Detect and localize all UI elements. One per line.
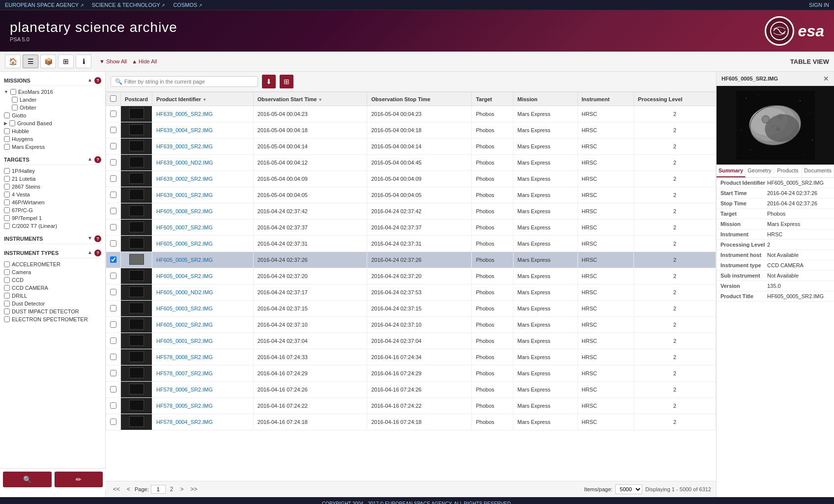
sign-in-link[interactable]: SIGN IN (809, 2, 829, 8)
row-checkbox[interactable] (110, 192, 116, 198)
sidebar-search-button[interactable]: 🔍 (3, 472, 52, 487)
target-c2002-checkbox[interactable] (4, 223, 10, 229)
product-id-cell[interactable]: HF639_0001_SR2.IMG (152, 187, 254, 203)
row-checkbox[interactable] (110, 256, 116, 263)
tab-summary[interactable]: Summary (717, 165, 746, 177)
table-search-input[interactable] (124, 79, 254, 84)
targets-collapse-up[interactable]: ▲ (87, 156, 92, 163)
product-id-cell[interactable]: HF578_0005_SR2.IMG (152, 398, 254, 414)
table-row[interactable]: HF605_0002_SR2.IMG 2016-04-24 02:37:10 2… (106, 317, 716, 333)
inst-camera-checkbox[interactable] (4, 269, 10, 275)
mission-mars-express-checkbox[interactable] (4, 144, 10, 150)
target-2867-checkbox[interactable] (4, 184, 10, 190)
info-button[interactable]: ℹ (76, 55, 91, 68)
inst-types-info[interactable]: ? (94, 250, 101, 256)
esa-link[interactable]: EUROPEAN SPACE AGENCY (5, 2, 84, 8)
items-per-page-select[interactable]: 5000 1000 500 100 (615, 484, 642, 494)
row-checkbox[interactable] (110, 240, 116, 247)
product-id-cell[interactable]: HF578_0006_SR2.IMG (152, 382, 254, 398)
table-row[interactable]: HF639_0004_SR2.IMG 2016-05-04 00:04:18 2… (106, 122, 716, 139)
select-all-checkbox[interactable] (110, 95, 116, 102)
missions-collapse-up[interactable]: ▲ (87, 77, 92, 84)
next-page-btn[interactable]: > (177, 485, 186, 494)
row-checkbox[interactable] (110, 305, 116, 311)
product-id-cell[interactable]: HF639_0003_SR2.IMG (152, 139, 254, 155)
product-id-cell[interactable]: HF605_0003_SR2.IMG (152, 301, 254, 317)
product-id-cell[interactable]: HF605_0001_SR2.IMG (152, 333, 254, 349)
mission-lander-checkbox[interactable] (12, 97, 18, 103)
table-row[interactable]: HF605_0003_SR2.IMG 2016-04-24 02:37:15 2… (106, 301, 716, 317)
mission-exomars-checkbox[interactable] (10, 89, 16, 95)
inst-dust-checkbox[interactable] (4, 301, 10, 307)
detail-panel-close-btn[interactable]: ✕ (823, 75, 829, 83)
table-row[interactable]: HF605_0005_SR2.IMG 2016-04-24 02:37:26 2… (106, 252, 716, 268)
inst-ccd-checkbox[interactable] (4, 277, 10, 283)
science-link[interactable]: SCIENCE & TECHNOLOGY (92, 2, 166, 8)
table-row[interactable]: HF578_0006_SR2.IMG 2016-04-16 07:24:26 2… (106, 382, 716, 398)
table-row[interactable]: HF639_0005_SR2.IMG 2016-05-04 00:04:23 2… (106, 106, 716, 122)
product-id-cell[interactable]: HF605_0004_SR2.IMG (152, 268, 254, 284)
tab-geometry[interactable]: Geometry (746, 165, 774, 177)
table-row[interactable]: HF605_0006_SR2.IMG 2016-04-24 02:37:31 2… (106, 236, 716, 252)
first-page-btn[interactable]: << (111, 485, 122, 494)
product-id-cell[interactable]: HF639_0005_SR2.IMG (152, 106, 254, 122)
tab-products[interactable]: Products (774, 165, 803, 177)
download-button[interactable]: ⬇ (262, 75, 276, 88)
product-id-cell[interactable]: HF605_0005_SR2.IMG (152, 252, 254, 268)
last-page-btn[interactable]: >> (188, 485, 200, 494)
table-row[interactable]: HF578_0007_SR2.IMG 2016-04-16 07:24:29 2… (106, 365, 716, 382)
target-67p-checkbox[interactable] (4, 207, 10, 213)
show-all-btn[interactable]: ▼ Show All (99, 58, 127, 64)
inst-drill-checkbox[interactable] (4, 293, 10, 299)
tab-documents[interactable]: Documents (802, 165, 834, 177)
mission-orbiter-checkbox[interactable] (12, 105, 18, 111)
row-checkbox[interactable] (110, 419, 116, 425)
product-id-cell[interactable]: HF639_0000_ND2.IMG (152, 155, 254, 171)
mission-huygens-checkbox[interactable] (4, 136, 10, 142)
th-obs-start[interactable]: Observation Start Time (253, 92, 367, 106)
product-id-cell[interactable]: HF578_0008_SR2.IMG (152, 349, 254, 365)
home-button[interactable]: 🏠 (5, 55, 21, 68)
product-id-cell[interactable]: HF605_0000_ND2.IMG (152, 284, 254, 301)
missions-info[interactable]: ? (94, 77, 101, 84)
product-id-cell[interactable]: HF605_0007_SR2.IMG (152, 220, 254, 236)
product-id-cell[interactable]: HF605_0006_SR2.IMG (152, 236, 254, 252)
table-row[interactable]: HF605_0004_SR2.IMG 2016-04-24 02:37:20 2… (106, 268, 716, 284)
row-checkbox[interactable] (110, 370, 116, 376)
inst-electron-checkbox[interactable] (4, 316, 10, 322)
table-row[interactable]: HF605_0000_ND2.IMG 2016-04-24 02:37:17 2… (106, 284, 716, 301)
table-row[interactable]: HF639_0000_ND2.IMG 2016-05-04 00:04:12 2… (106, 155, 716, 171)
table-row[interactable]: HF605_0008_SR2.IMG 2016-04-24 02:37:42 2… (106, 203, 716, 220)
page-2-btn[interactable]: 2 (168, 485, 176, 494)
row-checkbox[interactable] (110, 127, 116, 133)
table-row[interactable]: HF578_0008_SR2.IMG 2016-04-16 07:24:33 2… (106, 349, 716, 365)
cosmos-link[interactable]: COSMOS (173, 2, 202, 8)
table-row[interactable]: HF639_0002_SR2.IMG 2016-05-04 00:04:09 2… (106, 171, 716, 187)
product-id-cell[interactable]: HF639_0004_SR2.IMG (152, 122, 254, 139)
table-row[interactable]: HF639_0003_SR2.IMG 2016-05-04 00:04:14 2… (106, 139, 716, 155)
inst-ccd-camera-checkbox[interactable] (4, 285, 10, 291)
mission-hubble-checkbox[interactable] (4, 128, 10, 134)
row-checkbox[interactable] (110, 321, 116, 328)
targets-info[interactable]: ? (94, 156, 101, 163)
sidebar-clear-button[interactable]: ✏ (55, 472, 103, 487)
instruments-info[interactable]: ? (94, 235, 101, 242)
row-checkbox[interactable] (110, 273, 116, 279)
target-9p-checkbox[interactable] (4, 215, 10, 221)
hide-all-btn[interactable]: ▲ Hide All (132, 58, 157, 64)
table-row[interactable]: HF605_0007_SR2.IMG 2016-04-24 02:37:37 2… (106, 220, 716, 236)
product-id-cell[interactable]: HF639_0002_SR2.IMG (152, 171, 254, 187)
table-row[interactable]: HF639_0001_SR2.IMG 2016-05-04 00:04:05 2… (106, 187, 716, 203)
row-checkbox[interactable] (110, 289, 116, 295)
product-id-cell[interactable]: HF605_0008_SR2.IMG (152, 203, 254, 220)
target-1p-checkbox[interactable] (4, 168, 10, 174)
grid-button[interactable]: ⊞ (58, 55, 74, 68)
inst-dust-impact-checkbox[interactable] (4, 308, 10, 314)
row-checkbox[interactable] (110, 159, 116, 166)
exomars-expand-icon[interactable]: ▼ (4, 89, 8, 94)
row-checkbox[interactable] (110, 354, 116, 360)
inst-types-collapse-up[interactable]: ▲ (87, 250, 92, 256)
row-checkbox[interactable] (110, 386, 116, 392)
target-46p-checkbox[interactable] (4, 199, 10, 205)
row-checkbox[interactable] (110, 402, 116, 409)
